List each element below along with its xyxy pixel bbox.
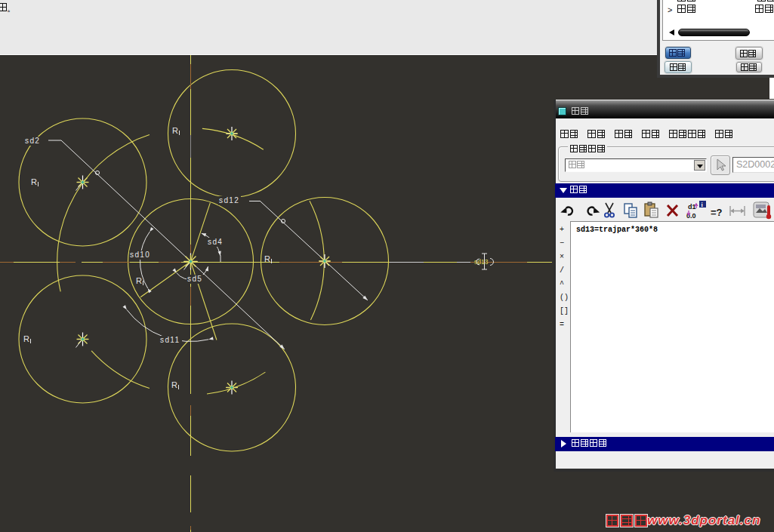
svg-text:d1: d1: [688, 203, 696, 211]
svg-text:sd2: sd2: [25, 137, 40, 145]
svg-text:sd12: sd12: [219, 196, 239, 204]
svg-text:sd4: sd4: [208, 238, 223, 246]
svg-text:R: R: [23, 334, 29, 343]
svg-text:R: R: [172, 126, 178, 135]
svg-text:sd11: sd11: [160, 336, 180, 344]
svg-text:R: R: [171, 380, 177, 389]
svg-text:sd5: sd5: [187, 275, 202, 283]
svg-text:sd13: sd13: [474, 258, 489, 266]
svg-text:=?: =?: [711, 207, 723, 218]
svg-text:R: R: [264, 254, 270, 263]
svg-text:R: R: [136, 276, 142, 285]
svg-text:sd10: sd10: [130, 251, 150, 259]
svg-text:R: R: [31, 177, 37, 186]
